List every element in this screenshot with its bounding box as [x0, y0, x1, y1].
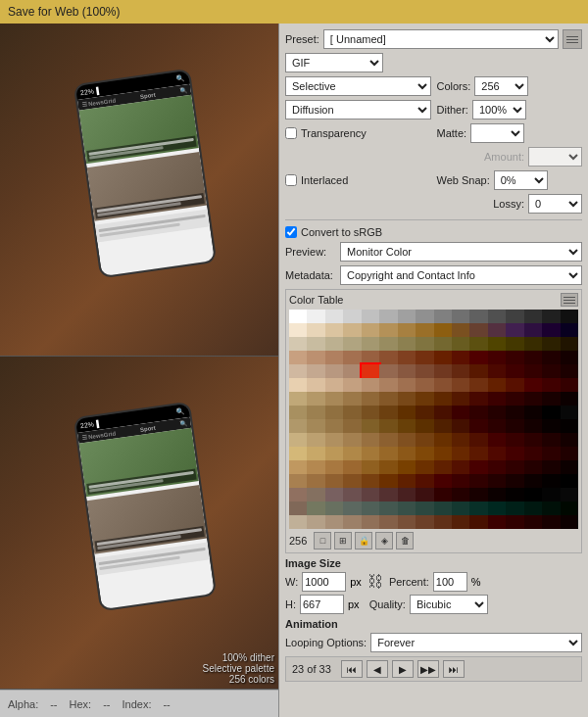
color-table-menu-icon[interactable]: [561, 293, 578, 307]
color-cell[interactable]: [469, 337, 487, 351]
matte-select[interactable]: [470, 123, 524, 143]
color-cell[interactable]: [416, 351, 433, 364]
color-cell[interactable]: [307, 337, 324, 351]
color-cell[interactable]: [506, 460, 523, 474]
color-cell[interactable]: [542, 447, 560, 460]
color-cell[interactable]: [469, 406, 487, 419]
new-color-btn[interactable]: □: [314, 532, 331, 550]
delete-color-btn[interactable]: 🗑: [396, 532, 414, 550]
color-cell[interactable]: [307, 460, 324, 474]
color-cell[interactable]: [289, 337, 307, 351]
transparency-checkbox[interactable]: [285, 127, 297, 139]
color-cell[interactable]: [542, 323, 560, 337]
lock-color-btn[interactable]: 🔒: [355, 532, 372, 550]
color-cell[interactable]: [398, 447, 416, 460]
color-cell[interactable]: [325, 447, 343, 460]
color-cell[interactable]: [524, 502, 542, 515]
color-cell[interactable]: [343, 351, 361, 364]
color-cell[interactable]: [469, 364, 487, 378]
color-cell[interactable]: [452, 323, 469, 337]
color-cell[interactable]: [416, 392, 433, 406]
color-cell[interactable]: [452, 337, 469, 351]
color-cell[interactable]: [343, 406, 361, 419]
color-cell[interactable]: [362, 323, 379, 337]
color-cell[interactable]: [488, 488, 506, 502]
color-cell[interactable]: [488, 460, 506, 474]
color-cell[interactable]: [452, 488, 469, 502]
color-cell[interactable]: [488, 323, 506, 337]
color-cell[interactable]: [452, 351, 469, 364]
color-cell[interactable]: [343, 488, 361, 502]
color-cell[interactable]: [506, 337, 523, 351]
color-cell[interactable]: [362, 351, 379, 364]
color-cell[interactable]: [452, 515, 469, 529]
color-cell[interactable]: [343, 323, 361, 337]
color-cell[interactable]: [434, 447, 452, 460]
color-cell[interactable]: [325, 460, 343, 474]
color-cell[interactable]: [379, 378, 397, 392]
color-cell[interactable]: [307, 447, 324, 460]
dither-select[interactable]: 100%: [472, 100, 526, 120]
color-cell[interactable]: [524, 406, 542, 419]
color-cell[interactable]: [524, 378, 542, 392]
color-cell[interactable]: [434, 433, 452, 447]
color-cell[interactable]: [542, 364, 560, 378]
color-cell[interactable]: [362, 337, 379, 351]
color-cell[interactable]: [307, 310, 324, 323]
color-cell[interactable]: [362, 474, 379, 488]
color-cell[interactable]: [452, 502, 469, 515]
color-cell[interactable]: [289, 392, 307, 406]
color-cell[interactable]: [434, 515, 452, 529]
color-cell[interactable]: [307, 433, 324, 447]
preview-select[interactable]: Monitor Color: [340, 242, 582, 262]
color-cell[interactable]: [416, 488, 433, 502]
color-cell[interactable]: [398, 515, 416, 529]
color-cell[interactable]: [506, 392, 523, 406]
color-cell[interactable]: [289, 474, 307, 488]
color-cell[interactable]: [434, 351, 452, 364]
color-cell[interactable]: [289, 488, 307, 502]
color-cell[interactable]: [488, 447, 506, 460]
color-cell[interactable]: [542, 351, 560, 364]
color-cell[interactable]: [542, 419, 560, 433]
color-cell[interactable]: [289, 310, 307, 323]
color-cell[interactable]: [434, 310, 452, 323]
color-cell[interactable]: [469, 474, 487, 488]
color-cell[interactable]: [524, 419, 542, 433]
color-cell[interactable]: [469, 392, 487, 406]
color-cell[interactable]: [379, 364, 397, 378]
color-cell[interactable]: [469, 433, 487, 447]
lossy-select[interactable]: 0: [528, 194, 582, 214]
color-cell[interactable]: [434, 502, 452, 515]
color-cell[interactable]: [325, 351, 343, 364]
color-cell[interactable]: [469, 447, 487, 460]
color-cell[interactable]: [325, 364, 343, 378]
color-cell[interactable]: [524, 323, 542, 337]
color-cell[interactable]: [379, 406, 397, 419]
color-cell[interactable]: [561, 378, 578, 392]
color-cell[interactable]: [307, 502, 324, 515]
websnap-select[interactable]: 0%: [494, 170, 548, 190]
color-cell[interactable]: [561, 406, 578, 419]
color-cell[interactable]: [561, 447, 578, 460]
color-cell[interactable]: [434, 364, 452, 378]
color-cell[interactable]: [379, 474, 397, 488]
color-cell[interactable]: [524, 337, 542, 351]
color-cell[interactable]: [434, 460, 452, 474]
color-cell[interactable]: [488, 502, 506, 515]
color-cell[interactable]: [506, 502, 523, 515]
color-cell[interactable]: [398, 406, 416, 419]
color-cell[interactable]: [524, 351, 542, 364]
select-all-btn[interactable]: ⊞: [334, 532, 352, 550]
color-cell[interactable]: [325, 419, 343, 433]
color-cell[interactable]: [379, 460, 397, 474]
color-cell[interactable]: [469, 515, 487, 529]
color-cell[interactable]: [561, 515, 578, 529]
color-cell[interactable]: [434, 406, 452, 419]
color-cell[interactable]: [379, 392, 397, 406]
color-cell[interactable]: [524, 392, 542, 406]
color-cell[interactable]: [469, 323, 487, 337]
color-cell[interactable]: [362, 392, 379, 406]
color-cell[interactable]: [542, 392, 560, 406]
color-cell[interactable]: [398, 323, 416, 337]
